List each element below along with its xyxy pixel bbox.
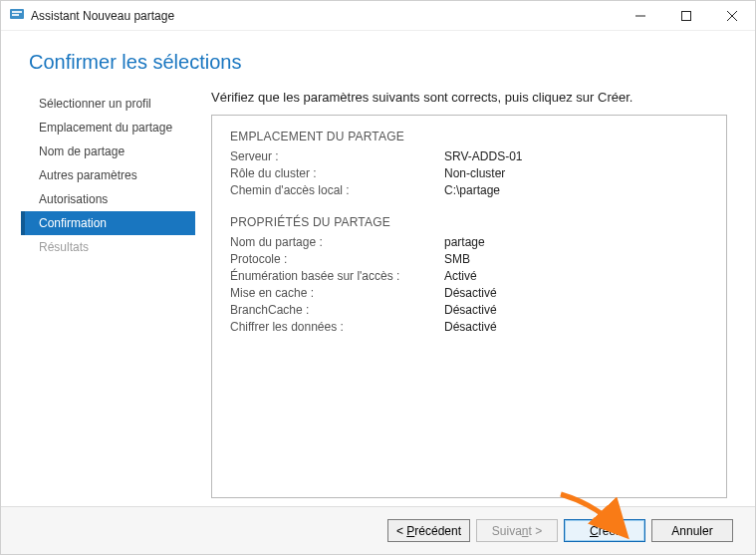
property-value: Désactivé [444, 320, 497, 334]
cancel-button[interactable]: Annuler [651, 519, 733, 542]
property-row: Rôle du cluster :Non-cluster [230, 166, 708, 180]
property-value: SMB [444, 252, 470, 266]
property-value: Désactivé [444, 286, 497, 300]
previous-button[interactable]: < Précédent [387, 519, 470, 542]
property-key: BranchCache : [230, 303, 444, 317]
property-value: Désactivé [444, 303, 497, 317]
body: Sélectionner un profilEmplacement du par… [1, 88, 755, 506]
wizard-step[interactable]: Emplacement du partage [21, 116, 195, 139]
minimize-button[interactable] [618, 1, 663, 31]
property-row: Nom du partage :partage [230, 235, 708, 249]
property-value: Activé [444, 269, 477, 283]
property-key: Serveur : [230, 149, 444, 163]
window-controls [618, 1, 755, 31]
titlebar: Assistant Nouveau partage [1, 1, 755, 31]
maximize-button[interactable] [663, 1, 709, 31]
property-key: Protocole : [230, 252, 444, 266]
svg-rect-2 [12, 14, 19, 16]
wizard-step[interactable]: Autres paramètres [21, 163, 195, 187]
instruction-text: Vérifiez que les paramètres suivants son… [211, 90, 727, 105]
property-row: Serveur :SRV-ADDS-01 [230, 149, 708, 163]
property-value: SRV-ADDS-01 [444, 149, 522, 163]
property-value: partage [444, 235, 485, 249]
wizard-window: Assistant Nouveau partage Confirmer les … [0, 0, 756, 555]
wizard-step[interactable]: Autorisations [21, 187, 195, 211]
section-share-properties: Nom du partage :partageProtocole :SMBÉnu… [230, 235, 708, 334]
wizard-step[interactable]: Nom de partage [21, 139, 195, 163]
property-key: Énumération basée sur l'accès : [230, 269, 444, 283]
property-row: Mise en cache :Désactivé [230, 286, 708, 300]
header: Confirmer les sélections [1, 31, 755, 88]
property-key: Mise en cache : [230, 286, 444, 300]
property-key: Rôle du cluster : [230, 166, 444, 180]
property-row: Chemin d'accès local :C:\partage [230, 183, 708, 197]
wizard-steps-sidebar: Sélectionner un profilEmplacement du par… [21, 88, 195, 498]
property-value: Non-cluster [444, 166, 505, 180]
footer: < Précédent Suivant > Créer Annuler [1, 506, 755, 554]
app-icon [9, 6, 25, 25]
property-key: Nom du partage : [230, 235, 444, 249]
wizard-step: Résultats [21, 235, 195, 259]
svg-rect-1 [12, 11, 22, 13]
wizard-step[interactable]: Sélectionner un profil [21, 92, 195, 116]
section-share-properties-title: PROPRIÉTÉS DU PARTAGE [230, 215, 708, 229]
next-button: Suivant > [476, 519, 558, 542]
main-content: Vérifiez que les paramètres suivants son… [195, 88, 727, 498]
property-row: Énumération basée sur l'accès :Activé [230, 269, 708, 283]
window-title: Assistant Nouveau partage [9, 6, 618, 25]
section-share-location-title: EMPLACEMENT DU PARTAGE [230, 130, 708, 143]
property-row: Chiffrer les données :Désactivé [230, 320, 708, 334]
section-share-location: Serveur :SRV-ADDS-01Rôle du cluster :Non… [230, 149, 708, 197]
wizard-step[interactable]: Confirmation [21, 211, 195, 235]
create-button[interactable]: Créer [564, 519, 645, 542]
svg-rect-4 [682, 11, 691, 20]
confirmation-details: EMPLACEMENT DU PARTAGE Serveur :SRV-ADDS… [211, 115, 727, 498]
property-row: Protocole :SMB [230, 252, 708, 266]
window-title-text: Assistant Nouveau partage [31, 9, 174, 23]
property-value: C:\partage [444, 183, 500, 197]
property-key: Chiffrer les données : [230, 320, 444, 334]
close-button[interactable] [709, 1, 755, 31]
property-key: Chemin d'accès local : [230, 183, 444, 197]
property-row: BranchCache :Désactivé [230, 303, 708, 317]
page-title: Confirmer les sélections [29, 51, 755, 74]
